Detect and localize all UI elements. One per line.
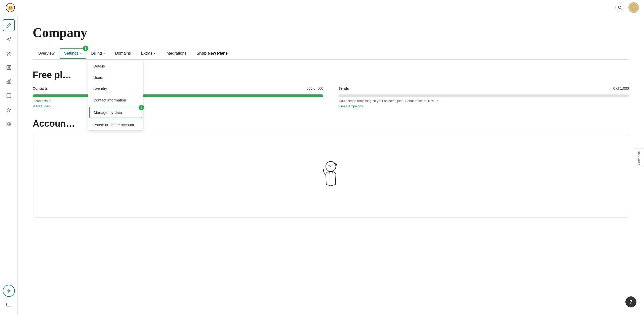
svg-point-3 — [9, 7, 10, 8]
contacts-value: 500 of 500 — [307, 86, 323, 90]
svg-point-14 — [10, 52, 11, 53]
svg-point-17 — [8, 66, 10, 68]
svg-rect-21 — [7, 94, 11, 98]
sidebar-item-campaigns[interactable] — [3, 33, 15, 45]
svg-rect-16 — [7, 65, 11, 69]
top-bar-right — [615, 2, 639, 13]
contacts-stat-header: Contacts 500 of 500 — [33, 86, 323, 92]
contacts-progress-bar — [33, 94, 323, 97]
sidebar-item-apps[interactable] — [3, 118, 15, 130]
tab-integrations[interactable]: Integrations — [160, 48, 192, 59]
main-content: Company Overview Settings ▾ 1 Billing ▾ … — [18, 15, 644, 315]
sidebar-item-audience[interactable] — [3, 47, 15, 59]
svg-rect-29 — [7, 303, 11, 306]
sidebar-bottom — [3, 285, 15, 311]
svg-rect-28 — [9, 124, 11, 126]
contacts-sub-text: 0 contacts re… — [33, 99, 323, 103]
manage-data-badge: 2 — [139, 105, 144, 110]
sends-sub-text: 1,000 sends remaining on your selected p… — [338, 99, 629, 103]
account-section: Accoun… — [33, 118, 629, 218]
view-audience-link[interactable]: View Audien… — [33, 104, 54, 108]
tab-shop-new-plans[interactable]: Shop New Plans — [191, 48, 233, 59]
view-campaigns-link[interactable]: View Campaigns — [338, 104, 363, 108]
svg-point-33 — [329, 165, 330, 166]
tab-navigation: Overview Settings ▾ 1 Billing ▾ Domains … — [33, 48, 629, 60]
svg-rect-19 — [8, 80, 9, 84]
tab-billing[interactable]: Billing ▾ — [86, 48, 110, 59]
dropdown-item-manage-data[interactable]: Manage my data 2 — [89, 107, 142, 118]
svg-point-5 — [9, 7, 10, 7]
tab-overview[interactable]: Overview — [33, 48, 60, 59]
svg-rect-27 — [7, 124, 8, 126]
svg-rect-20 — [10, 80, 11, 84]
account-card — [33, 134, 629, 218]
contacts-stat: Contacts 500 of 500 0 contacts re… View … — [33, 86, 323, 108]
svg-line-9 — [621, 8, 622, 9]
sidebar-item-automations[interactable] — [3, 104, 15, 116]
svg-rect-26 — [9, 122, 11, 123]
svg-point-6 — [11, 7, 12, 7]
sends-label: Sends — [338, 86, 349, 90]
top-bar — [0, 0, 644, 15]
avatar[interactable] — [628, 2, 639, 13]
svg-point-4 — [11, 7, 12, 8]
svg-point-15 — [7, 52, 8, 53]
svg-rect-25 — [7, 122, 8, 123]
search-button[interactable] — [615, 3, 624, 12]
sends-progress-bar — [338, 94, 629, 97]
sends-stat-header: Sends 0 of 1,000 — [338, 86, 629, 92]
tab-settings[interactable]: Settings ▾ 1 — [60, 48, 86, 59]
dropdown-item-pause-delete[interactable]: Pause or delete account — [88, 119, 143, 130]
svg-point-8 — [618, 6, 621, 9]
tab-extras[interactable]: Extras ▾ — [136, 48, 160, 59]
dropdown-item-users[interactable]: Users — [88, 72, 143, 83]
sidebar-item-contacts[interactable] — [3, 61, 15, 74]
page-title: Company — [33, 25, 629, 40]
sends-value: 0 of 1,000 — [613, 86, 629, 90]
dropdown-item-security[interactable]: Security — [88, 83, 143, 94]
svg-rect-18 — [7, 81, 8, 84]
sidebar-monitor-button[interactable] — [3, 299, 15, 311]
sidebar-item-content[interactable] — [3, 90, 15, 102]
settings-dropdown: Details Users Security Contact informati… — [88, 60, 143, 131]
svg-point-7 — [10, 9, 11, 10]
sends-stat: Sends 0 of 1,000 1,000 sends remaining o… — [338, 86, 629, 108]
dropdown-item-details[interactable]: Details — [88, 60, 143, 72]
feedback-tab[interactable]: Feedback — [634, 148, 644, 167]
chevron-down-icon: ▾ — [80, 52, 82, 55]
chevron-down-icon-extras: ▾ — [154, 52, 155, 55]
contacts-progress-fill — [33, 94, 323, 97]
svg-point-13 — [8, 52, 10, 53]
sidebar-item-edit[interactable] — [3, 19, 15, 31]
dropdown-item-contact-info[interactable]: Contact information — [88, 94, 143, 106]
sidebar — [0, 15, 18, 315]
sidebar-item-reports[interactable] — [3, 76, 15, 88]
tab-domains[interactable]: Domains — [110, 48, 136, 59]
sidebar-sparkle-button[interactable] — [3, 285, 15, 297]
contacts-label: Contacts — [33, 86, 48, 90]
app-logo[interactable] — [5, 2, 16, 13]
feedback-tab-container: Feedback — [634, 148, 644, 167]
chevron-down-icon-billing: ▾ — [103, 52, 105, 55]
figure-illustration — [308, 149, 353, 202]
help-button[interactable]: ? — [625, 296, 636, 307]
